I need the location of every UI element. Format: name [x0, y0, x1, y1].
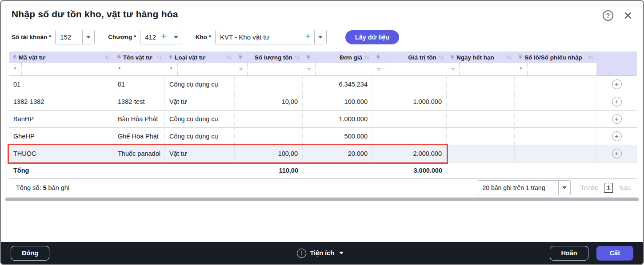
close-icon[interactable]: ✕: [623, 10, 632, 21]
sort-icon[interactable]: [294, 55, 300, 60]
filter-input[interactable]: [527, 63, 596, 75]
filter-cell-5: =: [372, 63, 447, 75]
sort-icon[interactable]: [105, 55, 111, 60]
chapter-input[interactable]: [140, 30, 160, 44]
filter-cell-7: *: [515, 63, 596, 75]
filter-input[interactable]: [315, 63, 372, 75]
filter-input[interactable]: [126, 63, 165, 75]
table-body: 0101Công cụ dụng cụ6.345.234+1382-138213…: [9, 76, 637, 162]
add-warehouse-icon[interactable]: +: [304, 30, 314, 44]
chapter-dropdown-toggle[interactable]: [170, 30, 182, 44]
save-button[interactable]: Cất: [596, 246, 633, 261]
chevron-down-icon: [174, 36, 178, 39]
records-count: 5: [43, 184, 46, 191]
pin-icon[interactable]: [117, 55, 121, 60]
column-header-3[interactable]: Số lượng tồn: [235, 51, 303, 63]
cell: [515, 76, 596, 93]
sort-icon[interactable]: [156, 55, 162, 60]
page-size-input[interactable]: [478, 181, 558, 195]
page-size-combobox: [478, 180, 571, 195]
cell: 1.000.000: [372, 93, 447, 110]
cell: [447, 93, 515, 110]
sort-icon[interactable]: [588, 55, 594, 60]
filter-operator[interactable]: *: [9, 66, 21, 73]
cell: BanHP: [9, 111, 113, 127]
add-row-icon[interactable]: +: [612, 114, 622, 124]
cell: Vật tư: [165, 93, 235, 110]
chevron-down-icon: [86, 36, 91, 39]
table-row[interactable]: BanHPBàn Hòa PhátCông cụ dụng cụ1.000.00…: [9, 111, 637, 128]
help-icon[interactable]: ?: [603, 10, 613, 21]
filter-operator[interactable]: *: [113, 66, 126, 73]
inventory-table: Mã vật tưTên vật tưLoại vật tưSố lượng t…: [9, 51, 637, 179]
page-size-dropdown-toggle[interactable]: [558, 181, 570, 195]
column-header-2[interactable]: Loại vật tư: [165, 51, 235, 63]
sort-icon[interactable]: [364, 55, 370, 60]
cell: [372, 128, 447, 145]
add-row-icon[interactable]: +: [612, 131, 622, 141]
sort-icon[interactable]: [506, 55, 512, 60]
get-data-button[interactable]: Lấy dữ liệu: [345, 30, 399, 44]
cell: 100,00: [235, 145, 303, 162]
row-actions: +: [596, 111, 637, 127]
column-header-5[interactable]: Giá trị tồn: [372, 51, 447, 63]
dialog-header: Nhập số dư tồn kho, vật tư hàng hóa ? ✕: [1, 1, 643, 21]
chapter-label: Chương *: [108, 34, 136, 40]
close-button[interactable]: Đóng: [11, 246, 49, 261]
horizontal-scrollbar[interactable]: [5, 198, 639, 201]
filter-operator[interactable]: =: [235, 66, 247, 73]
column-header-7[interactable]: Số lô/Số phiếu nhập: [515, 51, 596, 63]
filter-operator[interactable]: =: [303, 66, 315, 73]
total-cell: [303, 162, 372, 178]
add-row-icon[interactable]: +: [612, 149, 622, 158]
table-row[interactable]: 0101Công cụ dụng cụ6.345.234+: [9, 76, 637, 93]
sort-icon[interactable]: [226, 55, 232, 60]
add-row-icon[interactable]: +: [612, 79, 622, 89]
add-chapter-icon[interactable]: +: [160, 30, 170, 44]
cell: THUOC: [9, 145, 113, 162]
account-dropdown-toggle[interactable]: [82, 30, 94, 44]
warehouse-dropdown-toggle[interactable]: [314, 30, 326, 44]
chevron-down-icon: [339, 252, 344, 254]
filter-operator[interactable]: *: [515, 66, 527, 73]
chapter-group: Chương * +: [108, 30, 182, 44]
filter-input[interactable]: [247, 63, 303, 75]
table-row[interactable]: 1382-13821382-testVật tư10,00100.0001.00…: [9, 93, 637, 111]
filter-input[interactable]: [385, 63, 447, 75]
pin-icon[interactable]: [518, 55, 523, 60]
account-group: Số tài khoản *: [12, 30, 95, 44]
total-cell: 3.000.000: [372, 162, 447, 178]
warehouse-group: Kho * +: [196, 30, 327, 44]
inventory-balance-dialog: Nhập số dư tồn kho, vật tư hàng hóa ? ✕ …: [0, 0, 644, 265]
cell: [447, 145, 515, 162]
filter-operator[interactable]: =: [447, 66, 459, 73]
filter-operator[interactable]: =: [372, 66, 385, 73]
table-row[interactable]: THUOCThuốc panadolVật tư100,0020.0002.00…: [9, 145, 637, 162]
filter-operator[interactable]: *: [165, 66, 177, 73]
pin-icon[interactable]: [12, 55, 17, 60]
utilities-menu[interactable]: Tiện ích: [297, 249, 344, 258]
table-row[interactable]: GheHPGhế Hòa PhátCông cụ dụng cụ500.000+: [9, 128, 637, 145]
column-header-0[interactable]: Mã vật tư: [9, 51, 113, 63]
filter-input[interactable]: [21, 63, 113, 75]
column-header-4[interactable]: Đơn giá: [303, 51, 372, 63]
current-page[interactable]: 1: [604, 183, 613, 193]
pin-icon[interactable]: [376, 55, 380, 60]
next-page-button[interactable]: Sau: [619, 184, 631, 191]
prev-page-button[interactable]: Trước: [580, 184, 598, 191]
sort-icon[interactable]: [438, 55, 444, 60]
filter-input[interactable]: [459, 63, 515, 75]
pin-icon[interactable]: [450, 55, 455, 60]
account-input[interactable]: [56, 30, 82, 44]
warehouse-input[interactable]: [216, 30, 304, 44]
pin-icon[interactable]: [238, 55, 243, 60]
pagination: Trước 1 Sau: [478, 180, 635, 195]
filter-input[interactable]: [177, 63, 235, 75]
pin-icon[interactable]: [168, 55, 173, 60]
pin-icon[interactable]: [306, 55, 311, 60]
cell: [235, 111, 303, 127]
add-row-icon[interactable]: +: [612, 97, 622, 107]
column-header-1[interactable]: Tên vật tư: [113, 51, 165, 63]
column-header-6[interactable]: Ngày hết hạn: [447, 51, 515, 63]
postpone-button[interactable]: Hoãn: [550, 246, 588, 261]
